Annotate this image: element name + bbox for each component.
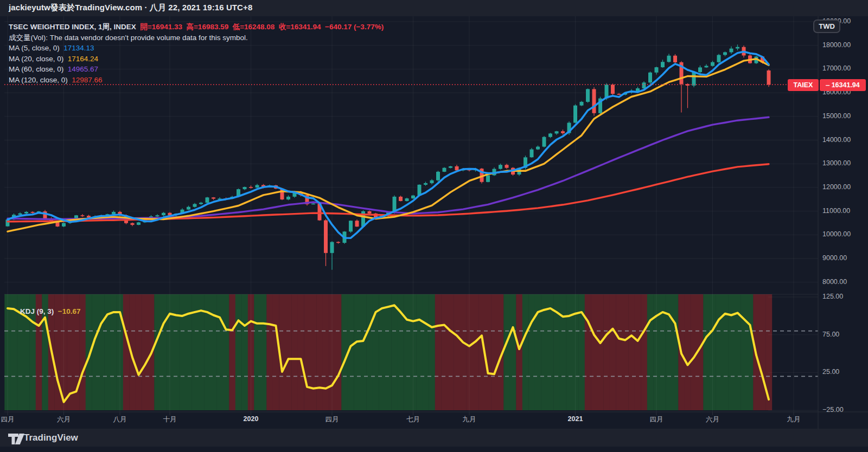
last-price-symbol-badge: TAIEX (788, 79, 819, 91)
kdj-label: KDJ (9, 3) (20, 307, 58, 315)
ma5-label: MA (5, close, 0) (9, 44, 63, 52)
tradingview-brand-link[interactable]: TradingView (24, 432, 78, 443)
price-tick-label: 17000.00 (822, 64, 851, 72)
symbol-title: TSEC WEIGHTED INDEX, 1周, INDEX (9, 23, 140, 31)
time-tick-label: 六月 (706, 415, 719, 424)
kdj-tick-label: 75.00 (822, 331, 839, 338)
ohlc-values: 開=16941.33 高=16983.59 低=16248.08 收=16341… (140, 23, 384, 31)
time-tick-label: 2020 (244, 415, 259, 423)
time-tick-label: 九月 (463, 415, 476, 424)
time-tick-label: 九月 (787, 415, 801, 424)
time-tick-label: 四月 (650, 415, 663, 424)
kdj-tick-label: −25.00 (822, 406, 844, 414)
volume-note: 成交量(Vol): The data vendor doesn't provid… (9, 33, 384, 43)
price-tick-label: 14000.00 (822, 136, 851, 144)
ma20-value: 17164.24 (68, 55, 98, 63)
ma5-value: 17134.13 (63, 44, 94, 52)
price-tick-label: 8000.00 (822, 278, 847, 286)
price-tick-label: 15000.00 (822, 112, 851, 120)
price-tick-label: 18000.00 (822, 41, 851, 49)
price-tick-label: 10000.00 (822, 230, 851, 238)
currency-toggle-badge[interactable]: TWD (813, 20, 840, 33)
price-tick-label: 9000.00 (822, 254, 847, 262)
attribution-link[interactable]: jackieyutw發表於TradingView.com · 八月 22, 20… (9, 3, 252, 13)
kdj-legend: KDJ (9, 3) −10.67 (12, 299, 80, 324)
ma120-value: 12987.66 (72, 76, 102, 84)
tradingview-published-chart: jackieyutw發表於TradingView.com · 八月 22, 20… (0, 0, 868, 452)
time-tick-label: 六月 (57, 415, 71, 424)
kdj-value: −10.67 (58, 307, 81, 315)
footer-bar: TradingView (0, 429, 868, 447)
price-tick-label: 11000.00 (822, 207, 850, 215)
kdj-tick-label: 25.00 (822, 368, 839, 376)
kdj-tick-label: 125.00 (822, 293, 843, 300)
time-tick-label: 七月 (406, 415, 420, 424)
ma120-label: MA (120, close, 0) (9, 76, 72, 84)
price-tick-label: 13000.00 (822, 159, 851, 167)
price-tick-label: 12000.00 (822, 183, 851, 191)
tradingview-logo-icon[interactable] (8, 433, 25, 445)
last-price-value-badge: ‒ 16341.94 (820, 79, 866, 91)
time-tick-label: 四月 (326, 415, 339, 424)
ma60-label: MA (60, close, 0) (9, 65, 68, 73)
symbol-legend: TSEC WEIGHTED INDEX, 1周, INDEX 開=16941.3… (9, 22, 384, 86)
time-tick-label: 四月 (1, 415, 15, 424)
ma60-value: 14965.67 (68, 65, 98, 73)
time-tick-label: 2021 (568, 415, 583, 423)
ma20-label: MA (20, close, 0) (9, 55, 68, 63)
time-tick-label: 十月 (163, 415, 177, 424)
attribution-bar: jackieyutw發表於TradingView.com · 八月 22, 20… (0, 0, 868, 16)
time-tick-label: 八月 (113, 415, 127, 424)
